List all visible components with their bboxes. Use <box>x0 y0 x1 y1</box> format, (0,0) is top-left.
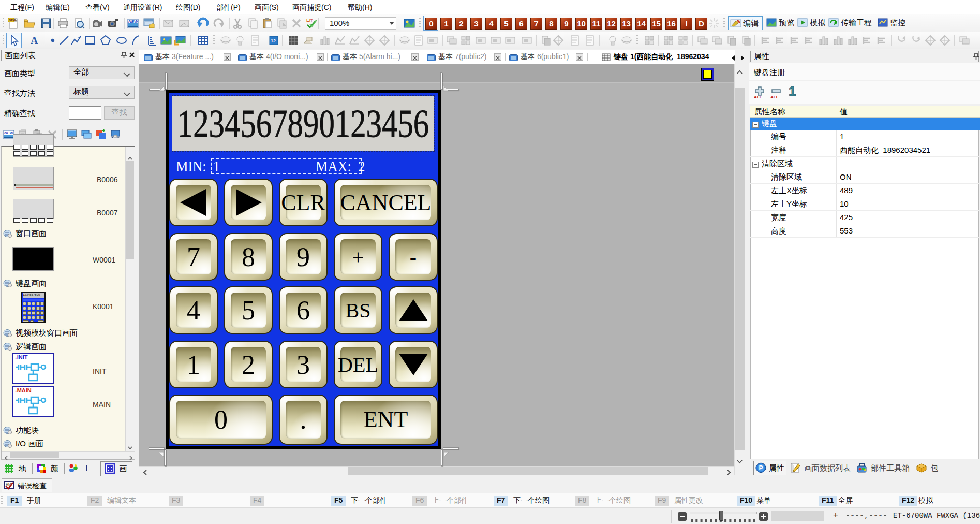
svg-text:NEW: NEW <box>128 19 139 24</box>
svg-text:Err: Err <box>306 18 313 23</box>
svg-text:P: P <box>759 464 763 472</box>
svg-text:NEW: NEW <box>4 130 13 135</box>
svg-text:A: A <box>31 35 38 46</box>
svg-text:1: 1 <box>789 83 796 98</box>
svg-text:ALL: ALL <box>770 95 779 99</box>
svg-text:ALL: ALL <box>754 95 762 99</box>
svg-text:12: 12 <box>271 38 276 43</box>
svg-text:NEW: NEW <box>9 19 16 22</box>
